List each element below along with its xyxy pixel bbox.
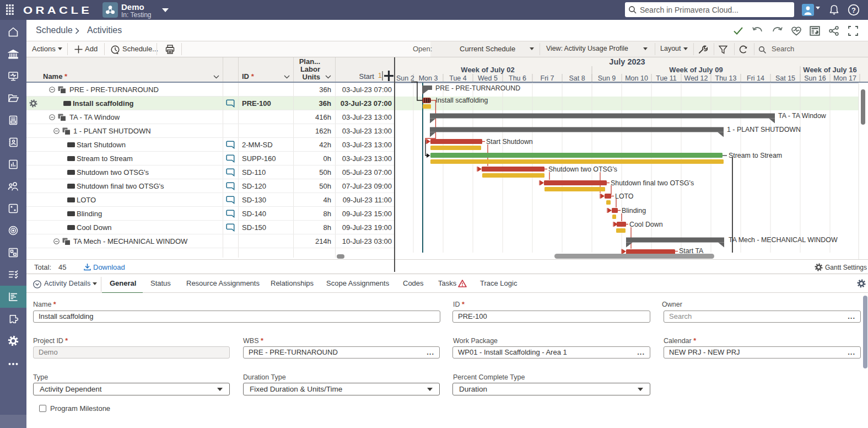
svg-text:1 - PLANT SHUTDOWN: 1 - PLANT SHUTDOWN [727, 126, 801, 133]
svg-text:Sat 15: Sat 15 [775, 74, 795, 82]
svg-text:Sun 2: Sun 2 [396, 74, 414, 82]
svg-text:Mon 3: Mon 3 [419, 74, 438, 82]
svg-text:Stream to Stream: Stream to Stream [729, 152, 782, 159]
svg-text:Wed 5: Wed 5 [478, 74, 498, 82]
svg-text:Tue 4: Tue 4 [449, 74, 467, 82]
svg-text:Sun 9: Sun 9 [598, 74, 616, 82]
svg-text:Sun 16: Sun 16 [804, 74, 826, 82]
svg-text:Thu 13: Thu 13 [715, 74, 737, 82]
svg-text:Mon 17: Mon 17 [833, 74, 856, 82]
svg-text:Thu 6: Thu 6 [509, 74, 526, 82]
svg-text:?: ? [851, 6, 856, 14]
svg-text:Install scaffolding: Install scaffolding [436, 97, 488, 104]
svg-text:LOTO: LOTO [615, 192, 634, 200]
svg-text:Cool Down: Cool Down [629, 221, 663, 228]
svg-text:Wed 12: Wed 12 [684, 74, 708, 82]
svg-text:Week of July 09: Week of July 09 [669, 66, 723, 74]
svg-text:Week of July 02: Week of July 02 [461, 66, 514, 74]
svg-text:PRE - PRE-TURNAROUND: PRE - PRE-TURNAROUND [435, 84, 520, 92]
svg-text:July 2023: July 2023 [609, 57, 645, 66]
svg-text:TA - TA Window: TA - TA Window [778, 112, 826, 120]
svg-text:Shutdown two OTSG's: Shutdown two OTSG's [548, 165, 617, 173]
svg-text:Start TA: Start TA [679, 247, 704, 255]
svg-text:Week of July 16: Week of July 16 [803, 66, 856, 74]
svg-text:Shutdown final two OTSG's: Shutdown final two OTSG's [611, 179, 694, 187]
svg-text:Start Shutdown: Start Shutdown [486, 138, 533, 146]
svg-text:Fri 14: Fri 14 [747, 74, 764, 82]
svg-text:TA Mech - MECHANICAL WINDOW: TA Mech - MECHANICAL WINDOW [729, 236, 838, 244]
svg-text:Sat 8: Sat 8 [569, 74, 585, 82]
svg-text:Mon 10: Mon 10 [625, 74, 648, 82]
svg-text:Blinding: Blinding [622, 207, 646, 215]
svg-text:Fri 7: Fri 7 [541, 74, 554, 82]
svg-text:Tue 11: Tue 11 [656, 74, 677, 82]
